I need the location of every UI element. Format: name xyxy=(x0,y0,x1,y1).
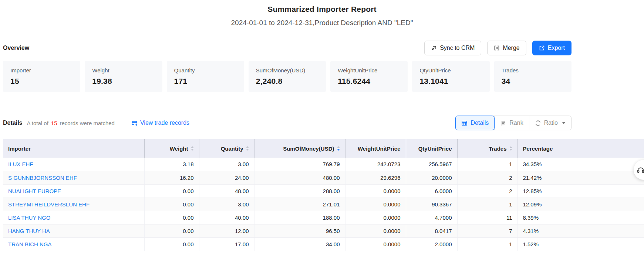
column-header-weight[interactable]: Weight xyxy=(144,139,199,158)
cell-value: 11 xyxy=(506,215,512,221)
sort-icon[interactable] xyxy=(509,146,512,151)
table-cell: 4.7000 xyxy=(406,211,457,224)
importer-link[interactable]: HANG THUY HA xyxy=(8,228,50,234)
table-header-row: ImporterWeightQuantitySumOfMoney(USD)Wei… xyxy=(3,139,644,158)
action-buttons: Sync to CRM Merge Export xyxy=(424,41,571,55)
cell-value: 0.00 xyxy=(183,228,193,234)
table-cell: 34.35% xyxy=(517,158,644,171)
cell-value: 188.00 xyxy=(323,215,340,221)
cell-value: 0.00 xyxy=(183,215,193,221)
sort-icon[interactable] xyxy=(246,146,249,151)
table-cell: 6.0000 xyxy=(406,184,457,198)
column-header-sumofmoney-usd[interactable]: SumOfMoney(USD) xyxy=(254,139,345,158)
column-header-qtyunitprice: QtyUnitPrice xyxy=(406,139,457,158)
cell-value: 96.50 xyxy=(326,228,340,234)
table-cell: 0.00 xyxy=(144,224,199,237)
table-cell: 0.00 xyxy=(144,184,199,198)
table-row: STREYMI HEILDVERSLUN EHF0.003.00271.010.… xyxy=(3,198,644,211)
cell-value: 48.00 xyxy=(235,188,249,194)
column-label: Quantity xyxy=(221,145,243,152)
table-cell: 4.31% xyxy=(517,224,644,237)
cell-value: 4.7000 xyxy=(435,215,452,221)
rank-icon xyxy=(500,120,506,126)
importer-cell[interactable]: STREYMI HEILDVERSLUN EHF xyxy=(3,198,144,211)
tab-ratio[interactable]: Ratio xyxy=(529,116,571,130)
stat-value: 34 xyxy=(502,77,564,86)
importer-cell[interactable]: ILUX EHF xyxy=(3,158,144,171)
table-cell: 8.0417 xyxy=(406,224,457,237)
cell-value: 0.0000 xyxy=(384,215,401,221)
importer-link[interactable]: S GUNNBJORNSSON EHF xyxy=(8,175,77,181)
importer-cell[interactable]: NUALIGHT EUROPE xyxy=(3,184,144,198)
cell-value: 0.0000 xyxy=(384,201,401,208)
sort-icon[interactable] xyxy=(337,146,340,151)
table-cell: 96.50 xyxy=(254,224,345,237)
cell-value: 16.20 xyxy=(180,175,194,181)
sort-icon[interactable] xyxy=(191,146,194,151)
importer-cell[interactable]: LISA THUY NGO xyxy=(3,211,144,224)
stat-label: QtyUnitPrice xyxy=(419,67,482,73)
column-header-trades[interactable]: Trades xyxy=(457,139,517,158)
table-row: NUALIGHT EUROPE0.0048.00288.000.00006.00… xyxy=(3,184,644,198)
vertical-divider xyxy=(123,120,123,126)
cell-value: 1 xyxy=(509,161,512,167)
stat-value: 19.38 xyxy=(92,77,155,86)
cell-value: 20.0000 xyxy=(432,175,452,181)
table-grid-icon xyxy=(461,120,468,126)
cell-value: 0.0000 xyxy=(384,228,401,234)
tab-rank[interactable]: Rank xyxy=(494,116,529,130)
sync-to-crm-button[interactable]: Sync to CRM xyxy=(424,41,481,55)
stat-card-quantity: Quantity171 xyxy=(167,61,244,92)
tab-details[interactable]: Details xyxy=(455,116,495,130)
sync-to-crm-icon xyxy=(431,45,437,51)
table-cell: 288.00 xyxy=(254,184,345,198)
stat-card-qtyunitprice: QtyUnitPrice13.1041 xyxy=(412,61,489,92)
column-label: Trades xyxy=(489,145,506,152)
table-cell: 0.0000 xyxy=(345,237,406,251)
column-header-quantity[interactable]: Quantity xyxy=(199,139,254,158)
importer-link[interactable]: ILUX EHF xyxy=(8,161,33,167)
importer-cell[interactable]: HANG THUY HA xyxy=(3,224,144,237)
stat-card-trades: Trades34 xyxy=(494,61,571,92)
merge-button[interactable]: Merge xyxy=(487,41,526,55)
cell-value: 2.0000 xyxy=(435,241,452,247)
cell-value: 29.6296 xyxy=(380,175,400,181)
table-cell: 2 xyxy=(457,171,517,184)
cell-value: 12.09% xyxy=(523,201,542,208)
importer-link[interactable]: LISA THUY NGO xyxy=(8,215,51,221)
table-cell: 2 xyxy=(457,184,517,198)
table-cell: 271.01 xyxy=(254,198,345,211)
importer-link[interactable]: STREYMI HEILDVERSLUN EHF xyxy=(8,201,90,208)
table-cell: 0.00 xyxy=(144,237,199,251)
table-cell: 7 xyxy=(457,224,517,237)
table-cell: 24.00 xyxy=(199,171,254,184)
table-row: S GUNNBJORNSSON EHF16.2024.00480.0029.62… xyxy=(3,171,644,184)
stat-card-importer: Importer15 xyxy=(3,61,80,92)
importer-cell[interactable]: TRAN BICH NGA xyxy=(3,237,144,251)
cell-value: 480.00 xyxy=(323,175,340,181)
cell-value: 271.01 xyxy=(323,201,340,208)
cell-value: 242.0723 xyxy=(377,161,401,167)
table-cell: 480.00 xyxy=(254,171,345,184)
importer-link[interactable]: NUALIGHT EUROPE xyxy=(8,188,61,194)
stat-card-sumofmoney-usd: SumOfMoney(USD)2,240.8 xyxy=(249,61,326,92)
table-cell: 17.00 xyxy=(199,237,254,251)
stat-label: WeightUnitPrice xyxy=(338,67,400,73)
headset-icon xyxy=(637,166,644,174)
cell-value: 0.0000 xyxy=(384,188,401,194)
table-cell: 769.79 xyxy=(254,158,345,171)
page-title: Summarized Importer Report xyxy=(0,5,644,14)
table-cell: 12.09% xyxy=(517,198,644,211)
importer-link[interactable]: TRAN BICH NGA xyxy=(8,241,52,247)
column-label: WeightUnitPrice xyxy=(358,145,401,152)
importer-cell[interactable]: S GUNNBJORNSSON EHF xyxy=(3,171,144,184)
stat-card-weightunitprice: WeightUnitPrice115.6244 xyxy=(330,61,408,92)
export-button[interactable]: Export xyxy=(532,41,571,55)
overview-stat-cards: Importer15Weight19.38Quantity171SumOfMon… xyxy=(3,61,571,92)
cell-value: 12.85% xyxy=(523,188,542,194)
cell-value: 3.00 xyxy=(238,161,249,167)
tab-ratio-label: Ratio xyxy=(544,120,558,126)
view-trade-records-link[interactable]: View trade records xyxy=(131,120,189,126)
cell-value: 90.3367 xyxy=(432,201,452,208)
stat-label: Weight xyxy=(92,67,155,73)
